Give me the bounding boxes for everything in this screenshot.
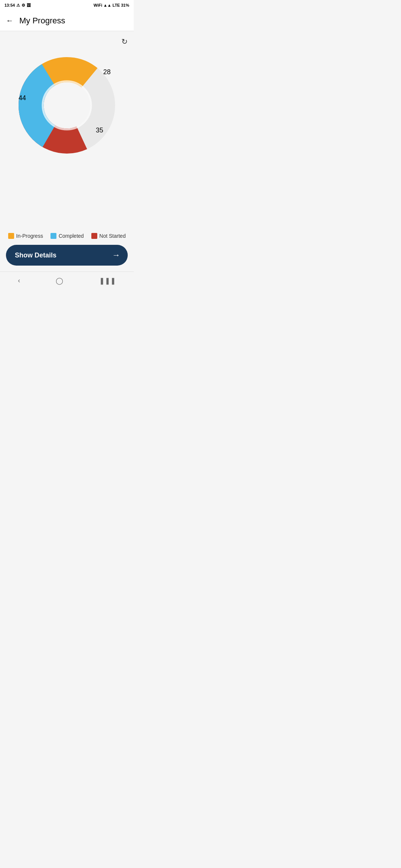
not-started-legend-label: Not Started <box>100 233 126 239</box>
legend-item-completed: Completed <box>50 233 84 239</box>
in-progress-label: 28 <box>103 68 111 76</box>
in-progress-swatch <box>8 233 14 239</box>
chart-svg <box>19 57 115 154</box>
nav-back-button[interactable]: ‹ <box>18 277 20 285</box>
completed-swatch <box>50 233 56 239</box>
legend-item-in-progress: In-Progress <box>8 233 43 239</box>
status-bar-left: 13:54 ⚠ ⚙ 🖼 <box>4 3 31 8</box>
nav-recents-button[interactable]: ❚❚❚ <box>99 277 116 285</box>
signal-icon: ▲▲ <box>103 3 111 7</box>
legend: In-Progress Completed Not Started <box>0 227 134 245</box>
nav-home-button[interactable]: ◯ <box>56 277 63 285</box>
main-content: ↻ <box>0 31 134 289</box>
donut-chart: 28 44 35 <box>19 57 115 154</box>
in-progress-legend-label: In-Progress <box>16 233 43 239</box>
settings-icon: ⚙ <box>22 3 25 8</box>
status-bar: 13:54 ⚠ ⚙ 🖼 WiFi ▲▲ LTE 31% <box>0 0 134 10</box>
alert-icon: ⚠ <box>16 3 20 8</box>
chart-center <box>45 83 89 128</box>
not-started-label: 44 <box>19 94 26 102</box>
show-details-button[interactable]: Show Details → <box>6 245 128 266</box>
completed-legend-label: Completed <box>59 233 84 239</box>
battery-display: 31% <box>121 3 129 7</box>
time-display: 13:54 <box>4 3 15 7</box>
not-started-swatch <box>91 233 97 239</box>
legend-item-not-started: Not Started <box>91 233 126 239</box>
status-bar-right: WiFi ▲▲ LTE 31% <box>94 3 129 7</box>
page-title: My Progress <box>19 16 65 26</box>
header: ← My Progress <box>0 10 134 31</box>
refresh-button[interactable]: ↻ <box>121 37 128 46</box>
navigation-bar: ‹ ◯ ❚❚❚ <box>0 272 134 289</box>
bottom-section: In-Progress Completed Not Started Show D… <box>0 227 134 289</box>
show-details-label: Show Details <box>15 251 56 259</box>
arrow-right-icon: → <box>112 250 120 260</box>
wifi-icon: WiFi <box>94 3 102 7</box>
gallery-icon: 🖼 <box>27 3 31 7</box>
lte-label: LTE <box>113 3 120 7</box>
completed-label: 35 <box>96 126 103 134</box>
back-button[interactable]: ← <box>6 16 13 25</box>
